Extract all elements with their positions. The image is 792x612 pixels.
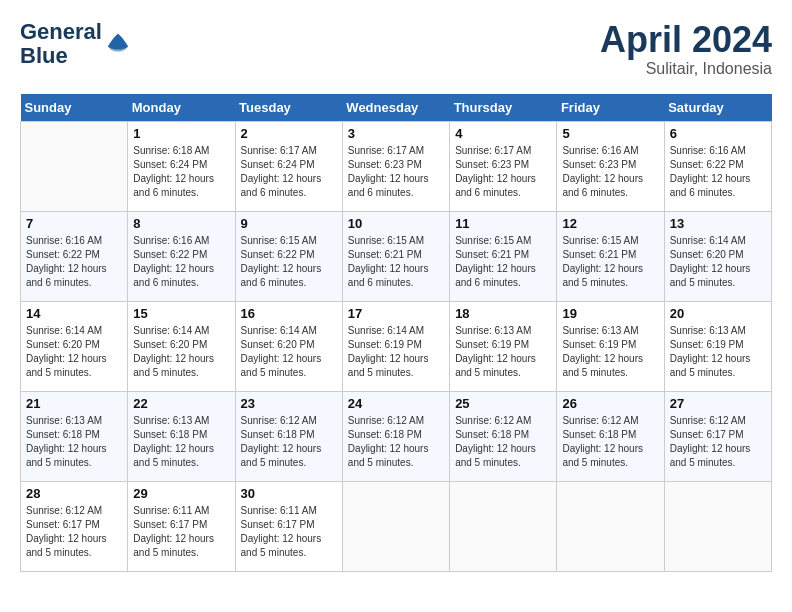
day-cell: 3 Sunrise: 6:17 AMSunset: 6:23 PMDayligh… xyxy=(342,121,449,211)
day-number: 8 xyxy=(133,216,229,231)
day-number: 5 xyxy=(562,126,658,141)
day-info: Sunrise: 6:11 AMSunset: 6:17 PMDaylight:… xyxy=(133,504,229,560)
day-cell: 30 Sunrise: 6:11 AMSunset: 6:17 PMDaylig… xyxy=(235,481,342,571)
day-cell: 27 Sunrise: 6:12 AMSunset: 6:17 PMDaylig… xyxy=(664,391,771,481)
day-number: 23 xyxy=(241,396,337,411)
day-info: Sunrise: 6:17 AMSunset: 6:24 PMDaylight:… xyxy=(241,144,337,200)
day-info: Sunrise: 6:15 AMSunset: 6:22 PMDaylight:… xyxy=(241,234,337,290)
day-info: Sunrise: 6:17 AMSunset: 6:23 PMDaylight:… xyxy=(348,144,444,200)
day-cell xyxy=(557,481,664,571)
day-cell: 9 Sunrise: 6:15 AMSunset: 6:22 PMDayligh… xyxy=(235,211,342,301)
day-info: Sunrise: 6:14 AMSunset: 6:20 PMDaylight:… xyxy=(670,234,766,290)
day-cell xyxy=(664,481,771,571)
day-cell: 1 Sunrise: 6:18 AMSunset: 6:24 PMDayligh… xyxy=(128,121,235,211)
week-row-5: 28 Sunrise: 6:12 AMSunset: 6:17 PMDaylig… xyxy=(21,481,772,571)
day-number: 2 xyxy=(241,126,337,141)
day-number: 18 xyxy=(455,306,551,321)
day-cell xyxy=(450,481,557,571)
day-number: 6 xyxy=(670,126,766,141)
day-cell: 18 Sunrise: 6:13 AMSunset: 6:19 PMDaylig… xyxy=(450,301,557,391)
day-number: 16 xyxy=(241,306,337,321)
day-cell: 26 Sunrise: 6:12 AMSunset: 6:18 PMDaylig… xyxy=(557,391,664,481)
day-info: Sunrise: 6:12 AMSunset: 6:17 PMDaylight:… xyxy=(670,414,766,470)
day-info: Sunrise: 6:14 AMSunset: 6:20 PMDaylight:… xyxy=(133,324,229,380)
day-header-friday: Friday xyxy=(557,94,664,122)
day-cell: 23 Sunrise: 6:12 AMSunset: 6:18 PMDaylig… xyxy=(235,391,342,481)
logo: GeneralBlue xyxy=(20,20,132,68)
day-info: Sunrise: 6:12 AMSunset: 6:17 PMDaylight:… xyxy=(26,504,122,560)
week-row-2: 7 Sunrise: 6:16 AMSunset: 6:22 PMDayligh… xyxy=(21,211,772,301)
day-header-sunday: Sunday xyxy=(21,94,128,122)
day-number: 4 xyxy=(455,126,551,141)
day-info: Sunrise: 6:12 AMSunset: 6:18 PMDaylight:… xyxy=(241,414,337,470)
day-number: 10 xyxy=(348,216,444,231)
day-number: 28 xyxy=(26,486,122,501)
day-cell xyxy=(342,481,449,571)
day-info: Sunrise: 6:12 AMSunset: 6:18 PMDaylight:… xyxy=(348,414,444,470)
day-cell: 8 Sunrise: 6:16 AMSunset: 6:22 PMDayligh… xyxy=(128,211,235,301)
day-cell: 24 Sunrise: 6:12 AMSunset: 6:18 PMDaylig… xyxy=(342,391,449,481)
week-row-4: 21 Sunrise: 6:13 AMSunset: 6:18 PMDaylig… xyxy=(21,391,772,481)
day-cell: 29 Sunrise: 6:11 AMSunset: 6:17 PMDaylig… xyxy=(128,481,235,571)
day-number: 17 xyxy=(348,306,444,321)
day-number: 9 xyxy=(241,216,337,231)
week-row-3: 14 Sunrise: 6:14 AMSunset: 6:20 PMDaylig… xyxy=(21,301,772,391)
day-cell: 20 Sunrise: 6:13 AMSunset: 6:19 PMDaylig… xyxy=(664,301,771,391)
day-cell: 21 Sunrise: 6:13 AMSunset: 6:18 PMDaylig… xyxy=(21,391,128,481)
day-cell: 19 Sunrise: 6:13 AMSunset: 6:19 PMDaylig… xyxy=(557,301,664,391)
day-info: Sunrise: 6:17 AMSunset: 6:23 PMDaylight:… xyxy=(455,144,551,200)
day-header-monday: Monday xyxy=(128,94,235,122)
day-info: Sunrise: 6:16 AMSunset: 6:23 PMDaylight:… xyxy=(562,144,658,200)
day-number: 19 xyxy=(562,306,658,321)
day-number: 22 xyxy=(133,396,229,411)
month-title: April 2024 xyxy=(600,20,772,60)
day-number: 24 xyxy=(348,396,444,411)
day-header-saturday: Saturday xyxy=(664,94,771,122)
day-info: Sunrise: 6:13 AMSunset: 6:19 PMDaylight:… xyxy=(562,324,658,380)
day-header-tuesday: Tuesday xyxy=(235,94,342,122)
day-info: Sunrise: 6:14 AMSunset: 6:20 PMDaylight:… xyxy=(26,324,122,380)
day-cell: 28 Sunrise: 6:12 AMSunset: 6:17 PMDaylig… xyxy=(21,481,128,571)
day-cell: 2 Sunrise: 6:17 AMSunset: 6:24 PMDayligh… xyxy=(235,121,342,211)
day-header-wednesday: Wednesday xyxy=(342,94,449,122)
day-info: Sunrise: 6:12 AMSunset: 6:18 PMDaylight:… xyxy=(455,414,551,470)
day-info: Sunrise: 6:14 AMSunset: 6:20 PMDaylight:… xyxy=(241,324,337,380)
day-cell: 12 Sunrise: 6:15 AMSunset: 6:21 PMDaylig… xyxy=(557,211,664,301)
day-cell: 13 Sunrise: 6:14 AMSunset: 6:20 PMDaylig… xyxy=(664,211,771,301)
day-cell: 11 Sunrise: 6:15 AMSunset: 6:21 PMDaylig… xyxy=(450,211,557,301)
day-cell: 22 Sunrise: 6:13 AMSunset: 6:18 PMDaylig… xyxy=(128,391,235,481)
day-cell: 4 Sunrise: 6:17 AMSunset: 6:23 PMDayligh… xyxy=(450,121,557,211)
day-number: 11 xyxy=(455,216,551,231)
day-info: Sunrise: 6:18 AMSunset: 6:24 PMDaylight:… xyxy=(133,144,229,200)
calendar-header-row: SundayMondayTuesdayWednesdayThursdayFrid… xyxy=(21,94,772,122)
day-number: 14 xyxy=(26,306,122,321)
day-info: Sunrise: 6:14 AMSunset: 6:19 PMDaylight:… xyxy=(348,324,444,380)
page-header: GeneralBlue April 2024 Sulitair, Indones… xyxy=(20,20,772,78)
title-block: April 2024 Sulitair, Indonesia xyxy=(600,20,772,78)
day-number: 26 xyxy=(562,396,658,411)
day-number: 30 xyxy=(241,486,337,501)
day-number: 21 xyxy=(26,396,122,411)
day-cell: 16 Sunrise: 6:14 AMSunset: 6:20 PMDaylig… xyxy=(235,301,342,391)
day-info: Sunrise: 6:13 AMSunset: 6:19 PMDaylight:… xyxy=(455,324,551,380)
logo-icon xyxy=(104,30,132,58)
day-cell: 7 Sunrise: 6:16 AMSunset: 6:22 PMDayligh… xyxy=(21,211,128,301)
day-cell: 5 Sunrise: 6:16 AMSunset: 6:23 PMDayligh… xyxy=(557,121,664,211)
day-number: 20 xyxy=(670,306,766,321)
day-cell: 10 Sunrise: 6:15 AMSunset: 6:21 PMDaylig… xyxy=(342,211,449,301)
day-cell: 25 Sunrise: 6:12 AMSunset: 6:18 PMDaylig… xyxy=(450,391,557,481)
day-cell xyxy=(21,121,128,211)
day-cell: 15 Sunrise: 6:14 AMSunset: 6:20 PMDaylig… xyxy=(128,301,235,391)
day-info: Sunrise: 6:13 AMSunset: 6:18 PMDaylight:… xyxy=(133,414,229,470)
day-number: 27 xyxy=(670,396,766,411)
day-info: Sunrise: 6:15 AMSunset: 6:21 PMDaylight:… xyxy=(562,234,658,290)
day-info: Sunrise: 6:15 AMSunset: 6:21 PMDaylight:… xyxy=(348,234,444,290)
day-header-thursday: Thursday xyxy=(450,94,557,122)
day-cell: 17 Sunrise: 6:14 AMSunset: 6:19 PMDaylig… xyxy=(342,301,449,391)
day-info: Sunrise: 6:13 AMSunset: 6:19 PMDaylight:… xyxy=(670,324,766,380)
day-cell: 14 Sunrise: 6:14 AMSunset: 6:20 PMDaylig… xyxy=(21,301,128,391)
day-number: 7 xyxy=(26,216,122,231)
day-number: 13 xyxy=(670,216,766,231)
day-cell: 6 Sunrise: 6:16 AMSunset: 6:22 PMDayligh… xyxy=(664,121,771,211)
day-info: Sunrise: 6:13 AMSunset: 6:18 PMDaylight:… xyxy=(26,414,122,470)
